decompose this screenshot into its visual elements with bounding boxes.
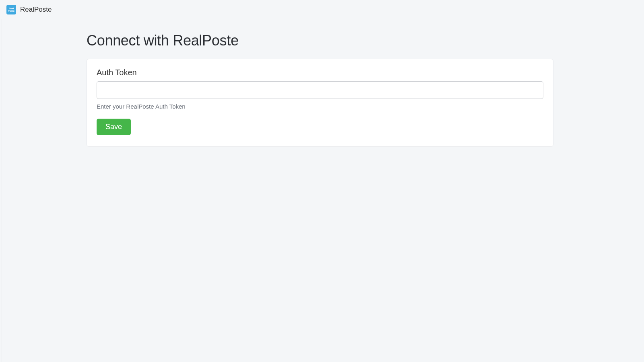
brand-icon: Real Poste <box>6 5 16 14</box>
content-wrapper: Connect with RealPoste Auth Token Enter … <box>2 19 644 362</box>
brand-icon-text-bottom: Poste <box>8 10 14 12</box>
auth-card: Auth Token Enter your RealPoste Auth Tok… <box>87 59 553 147</box>
main-container: Connect with RealPoste Auth Token Enter … <box>87 32 553 147</box>
save-button[interactable]: Save <box>97 119 131 135</box>
auth-token-input[interactable] <box>97 81 543 99</box>
auth-token-help: Enter your RealPoste Auth Token <box>97 103 543 110</box>
page-title: Connect with RealPoste <box>87 32 553 49</box>
auth-token-label: Auth Token <box>97 68 543 77</box>
brand[interactable]: Real Poste RealPoste <box>6 5 52 14</box>
brand-name: RealPoste <box>20 6 52 14</box>
top-bar: Real Poste RealPoste <box>0 0 644 19</box>
